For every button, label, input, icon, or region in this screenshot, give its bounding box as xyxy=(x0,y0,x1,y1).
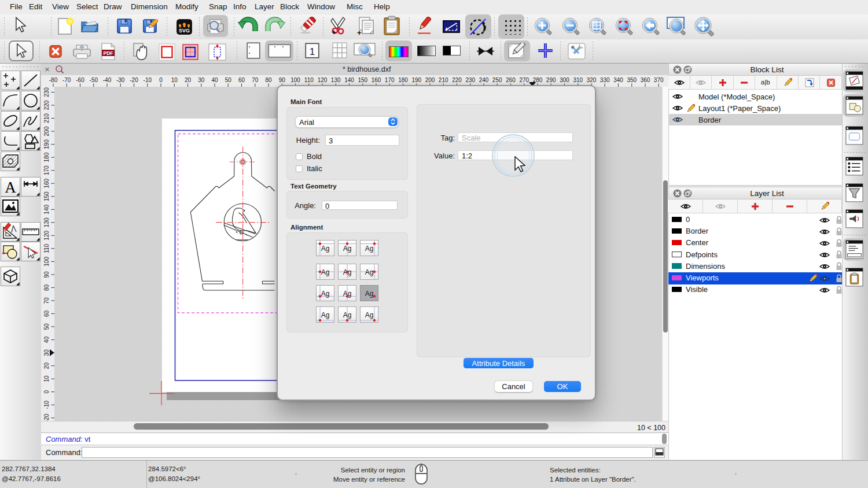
svg-text:-60: -60 xyxy=(76,77,84,83)
svg-text:-50: -50 xyxy=(90,77,98,83)
svg-text:330: 330 xyxy=(600,77,610,83)
svg-text:10: 10 xyxy=(171,77,178,83)
svg-text:190: 190 xyxy=(43,139,50,149)
svg-text:-70: -70 xyxy=(62,77,71,83)
svg-text:210: 210 xyxy=(43,113,50,123)
svg-text:130: 130 xyxy=(331,77,341,83)
svg-text:70: 70 xyxy=(43,297,50,304)
svg-text:80: 80 xyxy=(43,284,50,291)
svg-text:50: 50 xyxy=(43,323,50,330)
svg-text:190: 190 xyxy=(411,77,421,83)
svg-text:-30: -30 xyxy=(116,77,125,83)
svg-text:140: 140 xyxy=(43,205,50,215)
svg-text:Ag: Ag xyxy=(365,290,373,298)
svg-text:SVG: SVG xyxy=(179,28,190,34)
svg-text:60: 60 xyxy=(43,310,50,317)
svg-text:80: 80 xyxy=(265,77,272,83)
svg-text:-10: -10 xyxy=(43,401,50,409)
svg-text:230: 230 xyxy=(43,87,50,97)
svg-text:10: 10 xyxy=(43,375,50,382)
svg-text:90: 90 xyxy=(43,271,50,278)
svg-text:210: 210 xyxy=(439,77,448,83)
svg-text:0: 0 xyxy=(43,390,50,393)
svg-text:40: 40 xyxy=(211,77,218,83)
svg-text:60: 60 xyxy=(238,77,245,83)
svg-text:140: 140 xyxy=(344,77,354,83)
svg-text:180: 180 xyxy=(398,77,408,83)
svg-text:-20: -20 xyxy=(130,77,138,83)
svg-text:-40: -40 xyxy=(103,77,112,83)
svg-text:150: 150 xyxy=(358,77,367,83)
svg-text:0: 0 xyxy=(159,77,163,83)
svg-text:180: 180 xyxy=(43,152,50,162)
svg-text:PDF: PDF xyxy=(104,50,113,56)
svg-text:310: 310 xyxy=(573,77,583,83)
svg-text:290: 290 xyxy=(546,77,556,83)
svg-text:Ag: Ag xyxy=(321,311,329,319)
svg-text:110: 110 xyxy=(304,77,314,83)
svg-text:220: 220 xyxy=(43,100,50,110)
svg-text:40: 40 xyxy=(43,337,50,343)
svg-text:220: 220 xyxy=(452,77,462,83)
svg-text:20: 20 xyxy=(43,363,50,369)
svg-text:Ag: Ag xyxy=(321,268,329,276)
svg-text:200: 200 xyxy=(425,77,435,83)
svg-text:20: 20 xyxy=(185,77,192,83)
svg-text:250: 250 xyxy=(492,77,502,83)
svg-text:30: 30 xyxy=(198,77,205,83)
svg-text:160: 160 xyxy=(372,77,381,83)
svg-text:-20: -20 xyxy=(43,413,50,421)
svg-text:200: 200 xyxy=(43,126,50,136)
svg-text:270: 270 xyxy=(519,77,529,83)
svg-text:-10: -10 xyxy=(144,77,152,83)
svg-text:+: + xyxy=(332,28,336,36)
svg-text:280: 280 xyxy=(533,77,543,83)
svg-text:Ag: Ag xyxy=(365,268,373,276)
svg-text:50: 50 xyxy=(225,77,232,83)
svg-text:Ag: Ag xyxy=(343,311,351,319)
svg-text:Ag: Ag xyxy=(365,245,373,253)
svg-text:240: 240 xyxy=(479,77,489,83)
svg-text:Ag: Ag xyxy=(343,245,351,253)
svg-text:Ag: Ag xyxy=(365,311,373,319)
svg-text:360: 360 xyxy=(641,77,650,83)
svg-text:Ag: Ag xyxy=(321,245,329,253)
svg-text:90: 90 xyxy=(279,77,286,83)
svg-text:120: 120 xyxy=(318,77,328,83)
svg-text:-80: -80 xyxy=(49,77,58,83)
svg-text:230: 230 xyxy=(465,77,475,83)
svg-text:170: 170 xyxy=(385,77,395,83)
svg-text:Ag: Ag xyxy=(321,290,329,298)
svg-text:300: 300 xyxy=(560,77,569,83)
svg-text:70: 70 xyxy=(252,77,259,83)
svg-text:A: A xyxy=(5,179,16,196)
svg-text:100: 100 xyxy=(43,257,50,267)
svg-text:340: 340 xyxy=(613,77,623,83)
svg-text:320: 320 xyxy=(587,77,597,83)
svg-text:260: 260 xyxy=(506,77,516,83)
svg-text:1: 1 xyxy=(310,46,315,57)
svg-text:370: 370 xyxy=(654,77,664,83)
svg-text:100: 100 xyxy=(290,77,300,83)
svg-text:120: 120 xyxy=(43,231,50,241)
svg-text:30: 30 xyxy=(43,349,50,356)
svg-text:130: 130 xyxy=(43,217,50,227)
svg-text:350: 350 xyxy=(627,77,637,83)
svg-text:+: + xyxy=(357,28,362,36)
svg-text:170: 170 xyxy=(43,165,50,175)
svg-text:160: 160 xyxy=(43,178,50,188)
svg-text:150: 150 xyxy=(43,191,50,201)
svg-text:110: 110 xyxy=(43,243,50,253)
